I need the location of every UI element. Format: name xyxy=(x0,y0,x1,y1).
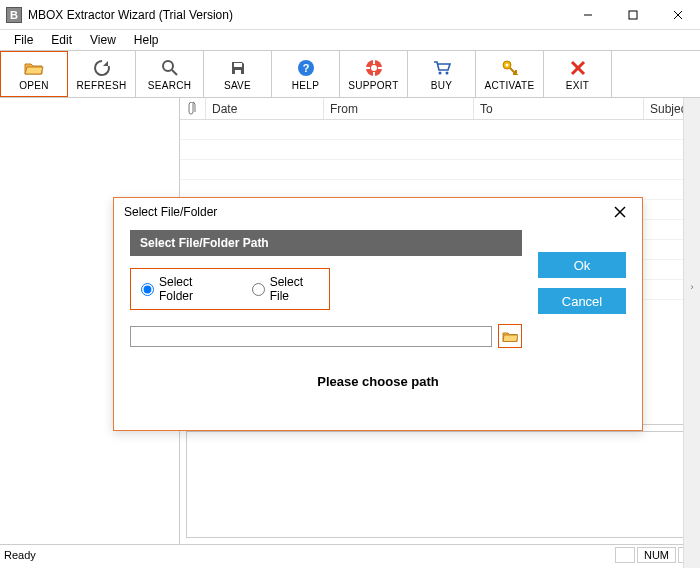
radio-file-label: Select File xyxy=(270,275,319,303)
radio-select-file[interactable]: Select File xyxy=(252,275,319,303)
key-icon xyxy=(500,58,520,78)
svg-rect-1 xyxy=(629,11,637,19)
activate-label: ACTIVATE xyxy=(485,80,535,91)
menu-bar: File Edit View Help xyxy=(0,30,700,50)
save-icon xyxy=(228,58,248,78)
app-icon: B xyxy=(6,7,22,23)
exit-icon xyxy=(568,58,588,78)
select-mode-group: Select Folder Select File xyxy=(130,268,330,310)
toolbar: OPEN REFRESH SEARCH SAVE ? HELP SUPPORT … xyxy=(0,50,700,98)
radio-folder-label: Select Folder xyxy=(159,275,222,303)
table-row xyxy=(180,120,700,140)
search-label: SEARCH xyxy=(148,80,191,91)
help-label: HELP xyxy=(292,80,319,91)
svg-line-5 xyxy=(172,70,177,75)
menu-file[interactable]: File xyxy=(6,31,41,49)
column-date[interactable]: Date xyxy=(206,98,324,119)
radio-file-input[interactable] xyxy=(252,283,265,296)
menu-help[interactable]: Help xyxy=(126,31,167,49)
status-bar: Ready NUM xyxy=(0,544,700,564)
svg-rect-7 xyxy=(235,70,241,74)
radio-folder-input[interactable] xyxy=(141,283,154,296)
buy-label: BUY xyxy=(431,80,452,91)
window-controls xyxy=(565,0,700,29)
open-label: OPEN xyxy=(19,80,49,91)
menu-edit[interactable]: Edit xyxy=(43,31,80,49)
table-row xyxy=(180,140,700,160)
vertical-scrollbar[interactable]: › xyxy=(683,98,700,568)
dialog-close-button[interactable] xyxy=(608,200,632,224)
dialog-message: Please choose path xyxy=(114,356,642,389)
dialog-titlebar: Select File/Folder xyxy=(114,198,642,226)
close-button[interactable] xyxy=(655,0,700,29)
open-button[interactable]: OPEN xyxy=(0,51,68,97)
refresh-icon xyxy=(92,58,112,78)
column-attachment[interactable] xyxy=(180,98,206,119)
search-icon xyxy=(160,58,180,78)
exit-button[interactable]: EXIT xyxy=(544,51,612,97)
scroll-right-arrow-icon[interactable]: › xyxy=(684,278,700,295)
maximize-button[interactable] xyxy=(610,0,655,29)
help-button[interactable]: ? HELP xyxy=(272,51,340,97)
path-input[interactable] xyxy=(130,326,492,347)
status-cell xyxy=(615,547,635,563)
menu-view[interactable]: View xyxy=(82,31,124,49)
svg-point-13 xyxy=(445,71,448,74)
browse-button[interactable] xyxy=(498,324,522,348)
status-num: NUM xyxy=(637,547,676,563)
save-label: SAVE xyxy=(224,80,251,91)
exit-label: EXIT xyxy=(566,80,589,91)
save-button[interactable]: SAVE xyxy=(204,51,272,97)
cart-icon xyxy=(432,58,452,78)
select-file-folder-dialog: Select File/Folder Select File/Folder Pa… xyxy=(113,197,643,431)
svg-point-12 xyxy=(438,71,441,74)
search-button[interactable]: SEARCH xyxy=(136,51,204,97)
support-icon xyxy=(364,58,384,78)
ok-button[interactable]: Ok xyxy=(538,252,626,278)
svg-rect-6 xyxy=(234,63,242,67)
dialog-title: Select File/Folder xyxy=(124,205,217,219)
refresh-label: REFRESH xyxy=(77,80,127,91)
buy-button[interactable]: BUY xyxy=(408,51,476,97)
refresh-button[interactable]: REFRESH xyxy=(68,51,136,97)
support-label: SUPPORT xyxy=(348,80,398,91)
minimize-button[interactable] xyxy=(565,0,610,29)
help-icon: ? xyxy=(296,58,316,78)
svg-text:?: ? xyxy=(302,62,309,74)
preview-inner xyxy=(186,431,694,538)
svg-point-15 xyxy=(505,63,508,66)
column-headers: Date From To Subject xyxy=(180,98,700,120)
svg-point-11 xyxy=(371,65,377,71)
support-button[interactable]: SUPPORT xyxy=(340,51,408,97)
column-from[interactable]: From xyxy=(324,98,474,119)
close-icon xyxy=(614,206,626,218)
cancel-button[interactable]: Cancel xyxy=(538,288,626,314)
table-row xyxy=(180,160,700,180)
folder-open-icon xyxy=(24,58,44,78)
radio-select-folder[interactable]: Select Folder xyxy=(141,275,222,303)
window-title: MBOX Extractor Wizard (Trial Version) xyxy=(28,8,233,22)
dialog-section-header: Select File/Folder Path xyxy=(130,230,522,256)
svg-point-4 xyxy=(163,61,173,71)
preview-pane xyxy=(180,424,700,544)
title-bar: B MBOX Extractor Wizard (Trial Version) xyxy=(0,0,700,30)
activate-button[interactable]: ACTIVATE xyxy=(476,51,544,97)
column-to[interactable]: To xyxy=(474,98,644,119)
paperclip-icon xyxy=(188,102,198,116)
status-text: Ready xyxy=(4,549,36,561)
folder-icon xyxy=(502,330,518,343)
